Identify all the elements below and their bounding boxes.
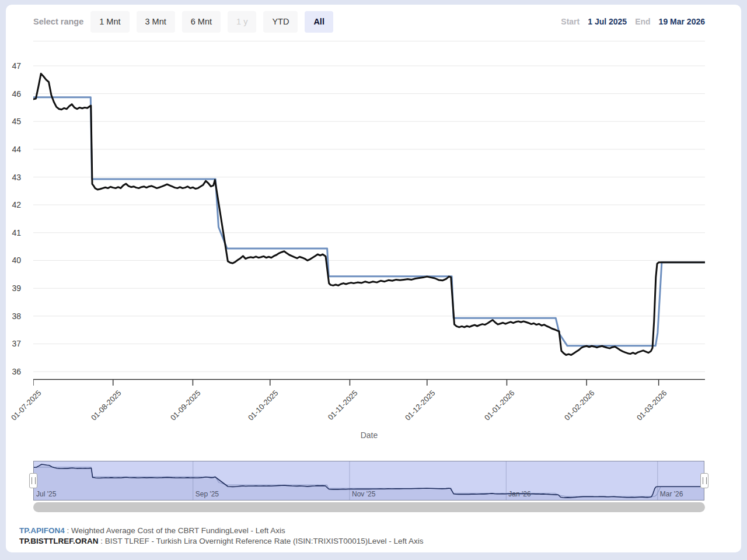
legend-row: TP.APIFON4 : Weighted Average Cost of th… [19, 526, 423, 536]
start-label: Start [561, 17, 580, 26]
x-axis-title: Date [33, 430, 705, 440]
main-chart-plot[interactable] [33, 41, 705, 391]
navigator-left-handle[interactable] [29, 473, 37, 488]
y-tick-label: 39 [6, 284, 21, 293]
y-tick-label: 44 [6, 145, 21, 154]
start-date-value[interactable]: 1 Jul 2025 [588, 17, 627, 26]
range-button-1-y: 1 y [228, 11, 256, 33]
end-label: End [635, 17, 650, 26]
navigator[interactable]: Jul '25Sep '25Nov '25Jan '26Mar '26 [33, 461, 704, 501]
select-range-label: Select range [33, 17, 83, 26]
y-tick-label: 46 [6, 89, 21, 99]
series-line-tp-bisttlref-oran [33, 74, 705, 355]
y-tick-label: 47 [6, 61, 21, 71]
toolbar: Select range 1 Mnt3 Mnt6 Mnt1 yYTDAll St… [33, 9, 705, 34]
legend-series-description: : BIST TLREF - Turkish Lira Overnight Re… [99, 537, 424, 545]
y-tick-label: 37 [6, 339, 21, 348]
range-button-1-mnt[interactable]: 1 Mnt [90, 11, 129, 33]
range-button-6-mnt[interactable]: 6 Mnt [182, 11, 221, 33]
navigator-month-label: Jul '25 [36, 490, 56, 498]
range-button-3-mnt[interactable]: 3 Mnt [137, 11, 175, 33]
navigator-month-label: Nov '25 [352, 490, 375, 498]
chart-card: Select range 1 Mnt3 Mnt6 Mnt1 yYTDAll St… [6, 5, 741, 552]
y-tick-label: 40 [6, 256, 21, 265]
y-tick-label: 41 [6, 228, 21, 237]
legend-row: TP.BISTTLREF.ORAN : BIST TLREF - Turkish… [19, 536, 423, 547]
y-tick-label: 36 [6, 367, 21, 376]
legend-series-code[interactable]: TP.BISTTLREF.ORAN [19, 537, 99, 545]
legend-series-description: : Weighted Average Cost of the CBRT Fund… [65, 526, 285, 535]
grip-icon [32, 477, 36, 484]
navigator-month-label: Mar '26 [660, 490, 683, 498]
y-tick-label: 45 [6, 117, 21, 126]
legend: TP.APIFON4 : Weighted Average Cost of th… [19, 526, 423, 546]
end-date-value[interactable]: 19 Mar 2026 [659, 17, 705, 26]
grip-icon [703, 477, 707, 484]
range-button-ytd[interactable]: YTD [263, 11, 298, 33]
navigator-month-label: Sep '25 [196, 490, 219, 498]
navigator-right-handle[interactable] [700, 473, 708, 488]
date-range: Start 1 Jul 2025 End 19 Mar 2026 [561, 17, 705, 26]
range-selector: 1 Mnt3 Mnt6 Mnt1 yYTDAll [90, 11, 340, 33]
series-line-tp-apifon4 [33, 97, 705, 346]
y-tick-label: 38 [6, 312, 21, 321]
legend-series-code[interactable]: TP.APIFON4 [19, 526, 65, 535]
y-tick-label: 43 [6, 173, 21, 182]
navigator-month-label: Jan '26 [508, 490, 530, 498]
range-button-all[interactable]: All [305, 11, 333, 33]
horizontal-scrollbar[interactable] [33, 502, 705, 512]
y-tick-label: 42 [6, 200, 21, 209]
